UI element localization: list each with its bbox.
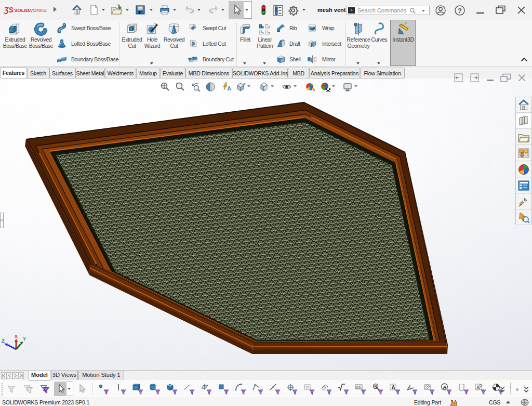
svg-text:A: A <box>227 85 231 91</box>
svg-text:Y: Y <box>23 336 26 342</box>
svg-text:WORKS: WORKS <box>28 7 47 13</box>
svg-text:X: X <box>15 334 18 339</box>
svg-text:ƷS: ƷS <box>4 6 14 14</box>
svg-text:Z: Z <box>2 338 5 344</box>
svg-text:SOLID: SOLID <box>14 7 29 13</box>
svg-text:A: A <box>443 384 447 390</box>
svg-text:?: ? <box>458 7 462 15</box>
svg-text:N: N <box>375 384 377 389</box>
svg-text:A: A <box>392 385 395 390</box>
svg-text:[0]: [0] <box>356 385 361 389</box>
